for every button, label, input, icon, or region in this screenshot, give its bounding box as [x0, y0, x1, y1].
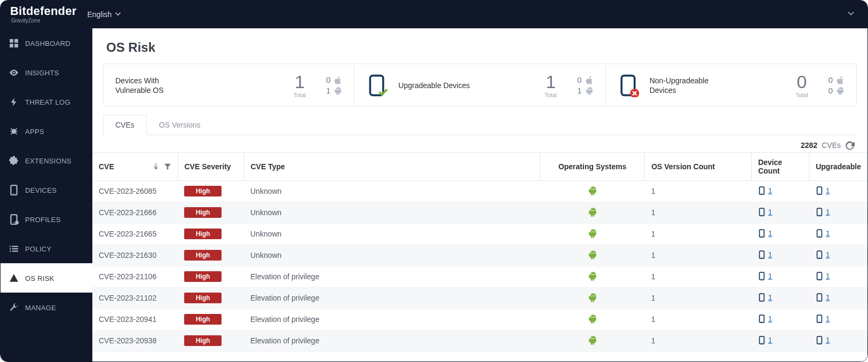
svg-rect-2: [10, 39, 13, 43]
card-vulnerable: Devices With Vulnerable OS 1 Total 0 1: [104, 64, 354, 106]
table-row[interactable]: CVE-2023-21665 High Unknown 1 1 1: [92, 223, 867, 245]
device-icon: [816, 250, 823, 259]
language-selector[interactable]: English: [87, 10, 121, 19]
sidebar-item-dashboard[interactable]: DASHBOARD: [1, 28, 92, 58]
topbar: Bitdefender GravityZone English: [1, 1, 867, 28]
table-row[interactable]: CVE-2023-20938 High Elevation of privile…: [92, 330, 867, 351]
upgradeable-link[interactable]: 1: [816, 250, 830, 259]
table-row[interactable]: CVE-2023-21102 High Elevation of privile…: [92, 287, 867, 309]
filter-icon[interactable]: [164, 163, 171, 170]
cell-osvcount: 1: [645, 180, 752, 202]
tab-cves[interactable]: CVEs: [103, 115, 147, 135]
refresh-icon: [845, 140, 855, 150]
device-count-link[interactable]: 1: [758, 250, 772, 259]
table-row[interactable]: CVE-2023-21666 High Unknown 1 1 1: [92, 202, 867, 223]
android-icon: [588, 250, 597, 259]
card-caption: Non-Upgradeable Devices: [650, 76, 730, 95]
cell-severity: High: [178, 245, 244, 266]
device-icon: [758, 229, 766, 238]
android-icon: [836, 86, 845, 95]
upgradeable-link[interactable]: 1: [816, 229, 830, 238]
sidebar-item-label: PROFILES: [25, 216, 61, 224]
severity-badge: High: [184, 229, 222, 239]
device-count-link[interactable]: 1: [758, 335, 772, 345]
device-cross-icon: [618, 74, 641, 97]
brand: Bitdefender GravityZone: [10, 5, 76, 23]
device-count-link[interactable]: 1: [758, 293, 772, 302]
cell-os: [540, 287, 645, 309]
device-icon: [816, 293, 823, 302]
upgradeable-link[interactable]: 1: [816, 335, 830, 345]
device-icon: [758, 250, 766, 259]
device-count-link[interactable]: 1: [758, 186, 772, 195]
cell-device-count: 1: [752, 330, 809, 351]
account-menu[interactable]: [844, 6, 858, 22]
tab-os-versions[interactable]: OS Versions: [147, 115, 213, 135]
svg-point-7: [12, 129, 17, 134]
table-row[interactable]: CVE-2023-20941 High Elevation of privile…: [92, 309, 867, 330]
sidebar-item-extensions[interactable]: EXTENSIONS: [1, 146, 92, 175]
col-severity[interactable]: CVE Severity: [178, 152, 244, 180]
main-content: OS Risk Devices With Vulnerable OS 1 Tot…: [92, 28, 867, 361]
chevron-down-icon: [847, 10, 855, 17]
svg-rect-12: [12, 248, 18, 249]
cell-severity: High: [178, 309, 244, 330]
severity-badge: High: [184, 314, 222, 325]
svg-rect-5: [14, 44, 18, 48]
severity-badge: High: [184, 250, 222, 261]
device-icon: [758, 271, 766, 281]
table-row[interactable]: CVE-2023-26085 High Unknown 1 1 1: [92, 180, 867, 202]
col-os[interactable]: Operating Systems: [540, 152, 645, 180]
android-icon: [588, 293, 597, 302]
col-osvcount[interactable]: OS Version Count: [645, 152, 752, 180]
col-cve[interactable]: CVE: [92, 152, 178, 180]
warning-icon: [9, 273, 19, 283]
col-upgradeable[interactable]: Upgradeable: [809, 152, 867, 180]
device-icon: [816, 186, 823, 195]
upgradeable-link[interactable]: 1: [816, 186, 830, 195]
sidebar-item-osrisk[interactable]: OS RISK: [1, 263, 92, 293]
sidebar-item-devices[interactable]: DEVICES: [1, 175, 92, 204]
card-total: 1 Total: [294, 73, 306, 98]
upgradeable-link[interactable]: 1: [816, 293, 830, 302]
sidebar-item-manage[interactable]: MANAGE: [1, 293, 92, 322]
upgradeable-link[interactable]: 1: [816, 207, 830, 217]
upgradeable-link[interactable]: 1: [816, 314, 830, 324]
sidebar-item-threatlog[interactable]: THREAT LOG: [1, 87, 92, 116]
sidebar-item-policy[interactable]: POLICY: [1, 234, 92, 263]
sidebar-item-profiles[interactable]: PROFILES: [1, 204, 92, 234]
upgradeable-link[interactable]: 1: [816, 271, 830, 281]
device-icon: [758, 314, 766, 324]
cve-table: CVE CVE Severity CVE Type Operating Syst…: [92, 152, 867, 352]
col-device-count[interactable]: Device Count: [752, 152, 809, 180]
cell-osvcount: 1: [645, 266, 752, 287]
android-icon: [588, 335, 597, 345]
severity-badge: High: [184, 207, 222, 218]
sort-desc-icon[interactable]: [152, 163, 160, 170]
device-count-link[interactable]: 1: [758, 229, 772, 238]
device-count-link[interactable]: 1: [758, 207, 772, 217]
sidebar-item-insights[interactable]: INSIGHTS: [1, 58, 92, 87]
svg-rect-3: [14, 39, 18, 43]
cell-upgradeable: 1: [809, 180, 867, 202]
svg-point-6: [13, 72, 14, 73]
sidebar-item-apps[interactable]: APPS: [1, 116, 92, 146]
col-type[interactable]: CVE Type: [244, 152, 540, 180]
cell-cve: CVE-2023-21102: [92, 287, 178, 309]
cell-osvcount: 1: [645, 245, 752, 266]
cell-osvcount: 1: [645, 287, 752, 309]
cell-severity: High: [178, 180, 244, 202]
sidebar-item-label: MANAGE: [25, 304, 56, 312]
device-icon: [9, 185, 19, 195]
device-icon: [758, 186, 766, 195]
cell-device-count: 1: [752, 287, 809, 309]
device-count-link[interactable]: 1: [758, 314, 772, 324]
refresh-button[interactable]: [845, 140, 855, 150]
table-row[interactable]: CVE-2023-21106 High Elevation of privile…: [92, 266, 867, 287]
device-icon: [816, 229, 823, 238]
cve-count: 2282: [801, 141, 817, 149]
device-count-link[interactable]: 1: [758, 271, 772, 281]
table-row[interactable]: CVE-2023-21630 High Unknown 1 1 1: [92, 245, 867, 266]
card-upgradeable: Upgradeable Devices 1 Total 0 1: [354, 64, 605, 106]
android-icon: [588, 314, 597, 324]
